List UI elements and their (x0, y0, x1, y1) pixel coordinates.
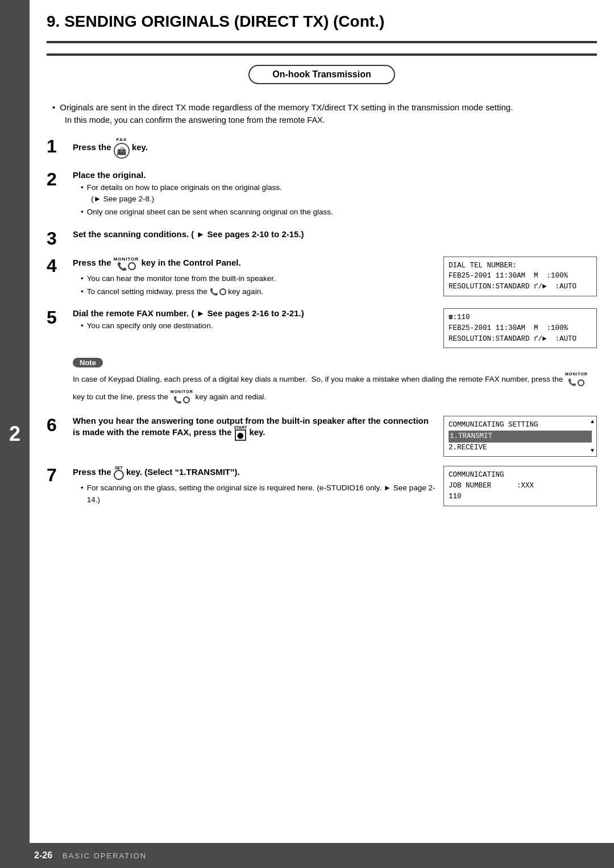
start-key-icon: START ⬤ (234, 425, 247, 441)
monitor-icon-note1: MONITOR 📞 (565, 371, 588, 388)
panel-7-line1: COMMUNICATING (449, 470, 592, 481)
panel-4-line2: FEB25-2001 11:30AM M :100% (449, 271, 592, 282)
step-7-title: Press the SET key. (Select “1.TRANSMIT”)… (73, 466, 438, 480)
step-6-content: When you hear the answering tone output … (73, 416, 438, 443)
step-5-number: 5 (47, 308, 68, 326)
intro-sub: In this mode, you can confirm the answer… (65, 114, 597, 127)
bottom-text: BASIC OPERATION (63, 852, 147, 860)
panel-6-line3: 2.RECEIVE (449, 443, 592, 453)
step-3-title: Set the scanning conditions. ( ► See pag… (73, 229, 597, 239)
monitor-key-icon: MONITOR 📞 (114, 257, 139, 271)
intro-bullet1: Originals are sent in the direct TX mode… (52, 102, 597, 112)
step-4-sub: You can hear the monitor tone from the b… (81, 273, 438, 298)
step-5-panel: ☎:110 FEB25-2001 11:30AM M :100% RESOLUT… (443, 308, 597, 348)
step-1-content: Press the FAX 📠 key. (73, 137, 597, 161)
divider (47, 53, 597, 56)
fax-key-icon: FAX 📠 (114, 137, 130, 159)
note-text: In case of Keypad Dialing, each press of… (73, 371, 597, 406)
step-7-content: Press the SET key. (Select “1.TRANSMIT”)… (73, 466, 438, 507)
panel-6-line2-highlighted: 1.TRANSMIT (449, 431, 592, 443)
step-5-sub1: You can specify only one destination. (81, 320, 438, 332)
step-6-panel: COMMUNICATING SETTING 1.TRANSMIT 2.RECEI… (443, 416, 597, 457)
step-4-sub1: You can hear the monitor tone from the b… (81, 273, 438, 284)
step-4-panel: DIAL TEL NUMBER: FEB25-2001 11:30AM M :1… (443, 257, 597, 296)
bottom-bar: 2-26 BASIC OPERATION (0, 843, 614, 868)
panel-5-line1: ☎:110 (449, 312, 592, 323)
panel-5-line2: FEB25-2001 11:30AM M :100% (449, 323, 592, 334)
step-7-sub: For scanning on the glass, setting the o… (81, 482, 438, 506)
step-6-number: 6 (47, 416, 68, 434)
step-1-title: Press the FAX 📠 key. (73, 137, 597, 159)
main-content: 9. SENDING ORIGINALS (DIRECT TX) (Cont.)… (30, 0, 614, 539)
step-4-title: Press the MONITOR 📞 key in the Control P… (73, 257, 438, 271)
step-5: 5 Dial the remote FAX number. ( ► See pa… (47, 308, 597, 348)
step-2-number: 2 (47, 170, 68, 188)
sidebar: 2 (0, 0, 30, 868)
step-2-sub: For details on how to place originals on… (81, 182, 597, 218)
panel-7-line2: JOB NUMBER :XXX (449, 481, 592, 491)
page-title: 9. SENDING ORIGINALS (DIRECT TX) (Cont.) (47, 0, 597, 43)
step-1: 1 Press the FAX 📠 key. (47, 137, 597, 161)
step-7-number: 7 (47, 466, 68, 484)
step-3: 3 Set the scanning conditions. ( ► See p… (47, 229, 597, 247)
step-4-content: Press the MONITOR 📞 key in the Control P… (73, 257, 438, 300)
step-3-number: 3 (47, 229, 68, 247)
panel-4-line3: RESOLUTION:STANDARD ґ/► :AUTO (449, 282, 592, 292)
step-5-content: Dial the remote FAX number. ( ► See page… (73, 308, 438, 333)
step-7-panel: COMMUNICATING JOB NUMBER :XXX 110 (443, 466, 597, 506)
step-7: 7 Press the SET key. (Select “1.TRANSMIT… (47, 466, 597, 507)
steps-area: 1 Press the FAX 📠 key. 2 Place the origi… (47, 137, 597, 507)
step-4-number: 4 (47, 257, 68, 275)
step-7-sub1: For scanning on the glass, setting the o… (81, 482, 438, 506)
intro-section: Originals are sent in the direct TX mode… (47, 102, 597, 127)
step-2-sub2: Only one original sheet can be sent when… (81, 206, 597, 218)
step-2-sub1: For details on how to place originals on… (81, 182, 597, 205)
panel-6-line1: COMMUNICATING SETTING (449, 420, 592, 431)
monitor-icon-note2: MONITOR 📞 (171, 388, 193, 406)
step-4-sub2: To cancel setting midway, press the 📞 ke… (81, 286, 438, 297)
step-5-sub: You can specify only one destination. (81, 320, 438, 332)
panel-4-line1: DIAL TEL NUMBER: (449, 261, 592, 271)
onhook-box: On-hook Transmission (248, 65, 395, 84)
set-key-icon: SET (114, 466, 124, 480)
bottom-page-number: 2-26 (34, 850, 52, 861)
step-2-content: Place the original. For details on how t… (73, 170, 597, 220)
monitor-key-inline: 📞 (210, 287, 226, 297)
step-1-number: 1 (47, 137, 68, 155)
step-3-content: Set the scanning conditions. ( ► See pag… (73, 229, 597, 241)
scroll-down-arrow: ▼ (591, 448, 594, 454)
step-4: 4 Press the MONITOR 📞 key in the Control… (47, 257, 597, 300)
step-2-title: Place the original. (73, 170, 597, 180)
step-6-title: When you hear the answering tone output … (73, 416, 438, 441)
scroll-up-arrow: ▲ (591, 419, 594, 425)
step-2: 2 Place the original. For details on how… (47, 170, 597, 220)
panel-7-line3: 110 (449, 491, 592, 502)
note-box: Note In case of Keypad Dialing, each pre… (73, 357, 597, 406)
step-6: 6 When you hear the answering tone outpu… (47, 416, 597, 457)
sidebar-number: 2 (9, 422, 20, 446)
panel-5-line3: RESOLUTION:STANDARD ґ/► :AUTO (449, 334, 592, 345)
step-5-title: Dial the remote FAX number. ( ► See page… (73, 308, 438, 318)
